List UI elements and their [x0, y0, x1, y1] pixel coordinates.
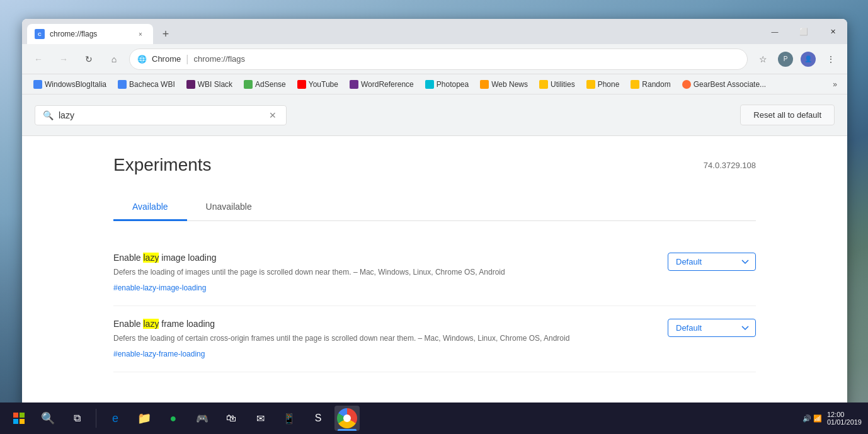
experiments-header: Experiments 74.0.3729.108: [113, 155, 756, 175]
bookmark-wbi-slack[interactable]: WBI Slack: [181, 79, 237, 90]
experiment-control[interactable]: DefaultEnabledDisabled: [668, 319, 756, 337]
bookmark-button[interactable]: ☆: [753, 49, 773, 69]
bookmark-gearbest[interactable]: GearBest Associate...: [677, 79, 771, 90]
home-button[interactable]: ⌂: [104, 49, 124, 69]
experiment-name: Enable lazy frame loading: [113, 319, 649, 329]
flags-page: 🔍 ✕ Reset all to default Experiments 74.…: [22, 94, 847, 409]
chrome-taskbar-icon: [337, 408, 357, 428]
experiments-container: Experiments 74.0.3729.108 Available Unav…: [88, 136, 781, 391]
url-divider: |: [186, 54, 188, 65]
start-button[interactable]: [6, 406, 31, 431]
svg-rect-3: [20, 419, 25, 424]
active-indicator: [338, 429, 357, 431]
edge-taskbar-button[interactable]: e: [103, 406, 128, 431]
experiment-control[interactable]: DefaultEnabledDisabled: [668, 253, 756, 271]
tab-close-button[interactable]: ×: [135, 29, 146, 39]
search-area: 🔍 ✕ Reset all to default: [22, 94, 847, 136]
skype-icon: S: [315, 413, 322, 424]
task-view-button[interactable]: ⧉: [64, 406, 89, 431]
user-profile-button[interactable]: 👤: [798, 49, 818, 69]
bookmark-bacheca-wbi[interactable]: Bacheca WBI: [113, 79, 180, 90]
bookmark-phone[interactable]: Phone: [581, 79, 625, 90]
mail-taskbar-button[interactable]: ✉: [248, 406, 273, 431]
bookmark-icon: [480, 80, 489, 89]
store-taskbar-button[interactable]: 🛍: [219, 406, 244, 431]
reload-button[interactable]: ↻: [79, 49, 99, 69]
bookmark-web-news[interactable]: Web News: [475, 79, 533, 90]
flags-search-input[interactable]: [59, 110, 262, 120]
more-bookmarks-button[interactable]: »: [829, 79, 841, 90]
highlight-text: lazy: [143, 319, 159, 329]
experiment-dropdown[interactable]: DefaultEnabledDisabled: [668, 319, 756, 337]
bookmark-icon: [539, 80, 548, 89]
address-bar[interactable]: 🌐 Chrome | chrome://flags: [129, 49, 748, 70]
menu-button[interactable]: ⋮: [821, 49, 841, 69]
spotify-icon: ●: [170, 412, 177, 425]
folder-icon: 📁: [137, 411, 151, 425]
search-clear-button[interactable]: ✕: [267, 110, 278, 121]
profile-picture[interactable]: P: [775, 49, 796, 69]
phone-icon: 📱: [283, 413, 295, 425]
explorer-taskbar-button[interactable]: 📁: [132, 406, 157, 431]
search-icon: 🔍: [43, 110, 54, 120]
minimize-button[interactable]: —: [760, 19, 789, 44]
task-view-icon: ⧉: [74, 413, 81, 424]
taskbar: 🔍 ⧉ e 📁 ● 🎮 🛍 ✉ 📱 S: [0, 403, 868, 434]
url-text: chrome://flags: [193, 54, 245, 64]
new-tab-button[interactable]: +: [157, 25, 174, 43]
close-button[interactable]: ✕: [818, 19, 847, 44]
profile-icon: 👤: [801, 52, 816, 67]
experiment-item-image-loading: Enable lazy image loading Defers the loa…: [113, 240, 756, 306]
bookmark-random[interactable]: Random: [625, 79, 675, 90]
forward-button[interactable]: →: [54, 49, 74, 69]
bookmark-utilities[interactable]: Utilities: [534, 79, 580, 90]
experiments-title: Experiments: [113, 155, 212, 175]
experiment-item-frame-loading: Enable lazy frame loading Defers the loa…: [113, 306, 756, 372]
search-taskbar-button[interactable]: 🔍: [35, 406, 60, 431]
tab-unavailable[interactable]: Unavailable: [187, 194, 271, 221]
browser-window: C chrome://flags × + — ⬜ ✕ ← → ↻ ⌂ 🌐 Chr…: [22, 19, 847, 409]
phone-taskbar-button[interactable]: 📱: [277, 406, 302, 431]
windows-logo-icon: [13, 413, 25, 424]
bookmarks-bar: WindowsBlogItalia Bacheca WBI WBI Slack …: [22, 74, 847, 94]
bookmark-icon: [350, 80, 358, 89]
gamepass-taskbar-button[interactable]: 🎮: [190, 406, 215, 431]
experiment-dropdown[interactable]: DefaultEnabledDisabled: [668, 253, 756, 271]
bookmark-icon: [682, 80, 691, 89]
chrome-taskbar-button[interactable]: [334, 406, 360, 431]
experiment-name: Enable lazy image loading: [113, 253, 649, 263]
maximize-button[interactable]: ⬜: [789, 19, 818, 44]
svg-rect-0: [13, 413, 18, 418]
page-content[interactable]: 🔍 ✕ Reset all to default Experiments 74.…: [22, 94, 847, 409]
profile-avatar: P: [778, 52, 793, 67]
bookmark-wordreference[interactable]: WordReference: [345, 79, 419, 90]
experiment-description: Defers the loading of images until the p…: [113, 266, 649, 278]
tab-available[interactable]: Available: [113, 194, 187, 221]
bookmark-youtube[interactable]: YouTube: [292, 79, 343, 90]
bookmark-icon: [186, 80, 195, 89]
bookmark-icon: [425, 80, 434, 89]
edge-icon: e: [112, 412, 118, 425]
back-button[interactable]: ←: [28, 49, 49, 69]
tab-title: chrome://flags: [50, 30, 130, 38]
spotify-taskbar-button[interactable]: ●: [161, 406, 186, 431]
tab-favicon: C: [35, 29, 45, 39]
experiment-link[interactable]: #enable-lazy-frame-loading: [113, 350, 205, 358]
store-icon: 🛍: [226, 413, 236, 424]
bookmark-windowsblogitalia[interactable]: WindowsBlogItalia: [28, 79, 111, 90]
experiment-link[interactable]: #enable-lazy-image-loading: [113, 283, 206, 292]
bookmark-adsense[interactable]: AdSense: [239, 79, 291, 90]
nav-right-buttons: ☆ P 👤 ⋮: [753, 49, 841, 69]
bookmark-icon: [244, 80, 253, 89]
navigation-bar: ← → ↻ ⌂ 🌐 Chrome | chrome://flags ☆ P 👤 …: [22, 44, 847, 74]
bookmark-photopea[interactable]: Photopea: [420, 79, 474, 90]
experiment-info: Enable lazy frame loading Defers the loa…: [113, 319, 649, 359]
experiments-tabs: Available Unavailable: [113, 194, 756, 221]
flags-search-box[interactable]: 🔍 ✕: [35, 105, 287, 125]
reset-all-button[interactable]: Reset all to default: [740, 105, 835, 125]
gamepass-icon: 🎮: [196, 413, 208, 425]
skype-taskbar-button[interactable]: S: [306, 406, 331, 431]
version-text: 74.0.3729.108: [704, 161, 756, 170]
active-tab[interactable]: C chrome://flags ×: [27, 24, 153, 44]
bookmark-icon: [118, 80, 127, 89]
